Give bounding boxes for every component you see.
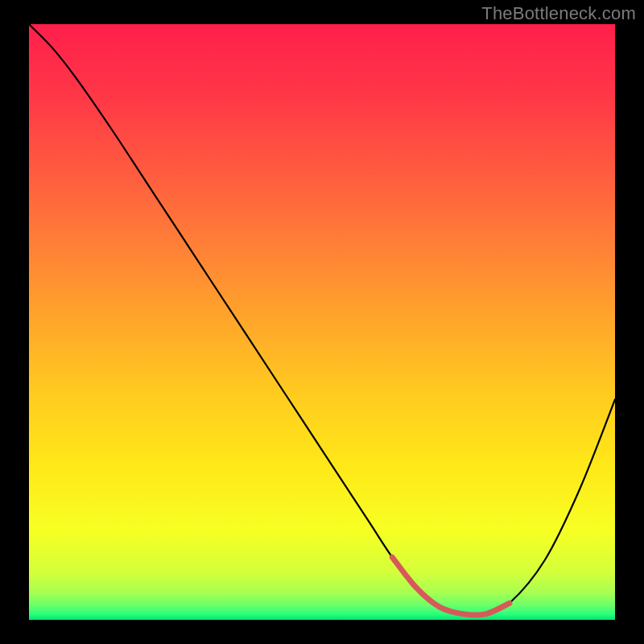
watermark-text: TheBottleneck.com: [481, 3, 636, 24]
bottleneck-curve: [29, 24, 615, 615]
valley-highlight: [392, 557, 510, 615]
curve-layer: [29, 24, 615, 620]
plot-area: [29, 24, 615, 620]
chart-frame: TheBottleneck.com: [0, 0, 644, 644]
